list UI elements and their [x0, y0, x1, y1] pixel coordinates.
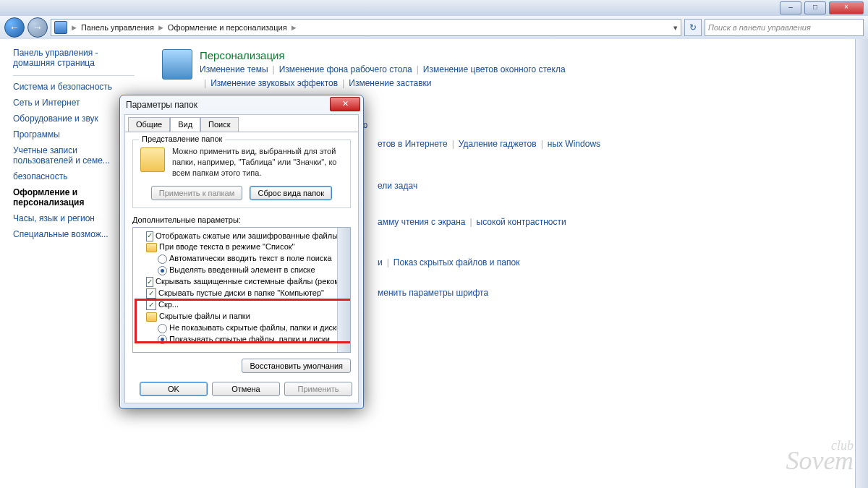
- tree-row[interactable]: Скрытые файлы и папки: [136, 311, 347, 322]
- dialog-title: Параметры папок: [126, 100, 197, 110]
- category-link[interactable]: и: [378, 257, 383, 267]
- sidebar-home-link[interactable]: Панель управления - домашняя страница: [13, 48, 135, 68]
- folder-options-dialog: Параметры папок ✕ ОбщиеВидПоиск Представ…: [119, 95, 364, 408]
- tree-scrollbar[interactable]: [337, 228, 350, 352]
- category-link[interactable]: менить параметры шрифта: [378, 288, 488, 298]
- breadcrumb-sep: ►: [290, 23, 298, 32]
- category-personalization[interactable]: Персонализация: [200, 49, 851, 61]
- checkbox-icon[interactable]: ✓: [146, 300, 156, 310]
- reset-folder-view-button[interactable]: Сброс вида папок: [250, 186, 332, 200]
- back-button[interactable]: ←: [4, 17, 25, 38]
- window-titlebar: – □ ×: [0, 0, 868, 17]
- tree-row[interactable]: ✓Скрывать защищенные системные файлы (ре…: [136, 276, 347, 288]
- tree-label: Скр...: [158, 299, 179, 311]
- tree-label: Отображать сжатые или зашифрованные файл…: [156, 231, 351, 242]
- apply-button[interactable]: Применить: [284, 382, 352, 396]
- category-link[interactable]: Изменение заставки: [349, 78, 431, 88]
- folder-icon: [140, 147, 165, 172]
- apply-to-folders-button[interactable]: Применить к папкам: [151, 186, 243, 200]
- sidebar-item[interactable]: Учетные записи пользователей и семе...: [13, 145, 135, 166]
- tree-row[interactable]: ✓Скрывать пустые диски в папке "Компьюте…: [136, 288, 347, 299]
- maximize-button[interactable]: □: [804, 1, 826, 14]
- sidebar-item[interactable]: Сеть и Интернет: [13, 98, 135, 108]
- category-link[interactable]: Изменение цветов оконного стекла: [423, 64, 566, 74]
- radio-icon[interactable]: [158, 266, 167, 275]
- sidebar-item[interactable]: Оборудование и звук: [13, 114, 135, 124]
- tree-label: Выделять введенный элемент в списке: [169, 265, 315, 276]
- radio-icon[interactable]: [158, 324, 167, 333]
- dialog-close-button[interactable]: ✕: [330, 97, 360, 111]
- tree-label: Не показывать скрытые файлы, папки и дис…: [169, 322, 341, 334]
- tree-row[interactable]: Показывать скрытые файлы, папки и диски: [136, 334, 347, 346]
- sidebar-item[interactable]: Оформление и персонализация: [13, 187, 135, 207]
- folder-icon: [146, 243, 157, 252]
- dialog-tab[interactable]: Общие: [128, 117, 170, 132]
- restore-defaults-button[interactable]: Восстановить умолчания: [242, 359, 351, 373]
- breadcrumb-sep: ►: [157, 23, 165, 32]
- dialog-titlebar[interactable]: Параметры папок ✕: [120, 95, 363, 114]
- breadcrumb-sep: ►: [70, 23, 78, 32]
- folder-views-group: Представление папок Можно применить вид,…: [132, 140, 351, 208]
- category-link[interactable]: етов в Интернете: [378, 139, 448, 149]
- address-bar[interactable]: ► Панель управления ► Оформление и персо…: [51, 19, 681, 36]
- checkbox-icon[interactable]: ✓: [146, 231, 153, 241]
- tree-row[interactable]: Выделять введенный элемент в списке: [136, 265, 347, 276]
- category-link[interactable]: Изменение темы: [200, 64, 268, 74]
- folder-icon: [146, 312, 157, 322]
- tree-label: Автоматически вводить текст в поле поиск…: [169, 253, 332, 265]
- category-link[interactable]: амму чтения с экрана: [378, 217, 465, 227]
- close-button[interactable]: ×: [829, 1, 864, 14]
- group-description: Можно применить вид, выбранный для этой …: [172, 146, 343, 179]
- dialog-tab[interactable]: Вид: [170, 117, 200, 132]
- tree-row[interactable]: Автоматически вводить текст в поле поиск…: [136, 253, 347, 265]
- sidebar-item[interactable]: Система и безопасность: [13, 82, 135, 92]
- ok-button[interactable]: OK: [140, 382, 208, 396]
- category-link[interactable]: Изменение звуковых эффектов: [210, 78, 338, 88]
- tree-row[interactable]: ✓Скр...: [136, 299, 347, 311]
- tree-label: Показывать скрытые файлы, папки и диски: [169, 334, 330, 346]
- tree-row[interactable]: ✓Отображать сжатые или зашифрованные фай…: [136, 231, 347, 242]
- breadcrumb-appearance[interactable]: Оформление и персонализация: [168, 23, 287, 32]
- tree-row[interactable]: Не показывать скрытые файлы, папки и дис…: [136, 322, 347, 334]
- radio-icon[interactable]: [158, 254, 167, 264]
- tree-row[interactable]: При вводе текста в режиме "Список": [136, 241, 347, 253]
- breadcrumb-control-panel[interactable]: Панель управления: [81, 23, 154, 32]
- minimize-button[interactable]: –: [780, 1, 801, 14]
- tree-label: Скрывать пустые диски в папке "Компьютер…: [158, 288, 324, 299]
- category-link[interactable]: Изменение фона рабочего стола: [279, 64, 412, 74]
- tab-panel-view: Представление папок Можно применить вид,…: [125, 132, 358, 402]
- tree-label: Скрывать защищенные системные файлы (рек…: [156, 276, 351, 288]
- dialog-tabs: ОбщиеВидПоиск: [125, 114, 358, 132]
- category-link[interactable]: Удаление гаджетов: [459, 139, 537, 149]
- advanced-settings-tree[interactable]: ✓Отображать сжатые или зашифрованные фай…: [132, 227, 351, 353]
- sidebar-item[interactable]: Часы, язык и регион: [13, 213, 135, 223]
- dialog-tab[interactable]: Поиск: [200, 117, 238, 132]
- sidebar-item[interactable]: безопасность: [13, 171, 135, 181]
- search-placeholder: Поиск в панели управления: [708, 23, 811, 32]
- advanced-settings-label: Дополнительные параметры:: [132, 215, 351, 224]
- forward-button[interactable]: →: [27, 17, 48, 38]
- search-input[interactable]: Поиск в панели управления: [705, 19, 864, 36]
- sidebar-item[interactable]: Программы: [13, 129, 135, 140]
- tree-label: При вводе текста в режиме "Список": [159, 241, 294, 253]
- personalization-icon: [162, 49, 192, 80]
- sidebar-item[interactable]: Специальные возмож...: [13, 229, 135, 239]
- control-panel-icon: [54, 21, 67, 34]
- category-link[interactable]: ных Windows: [548, 139, 600, 149]
- tree-label: Скрытые файлы и папки: [159, 311, 250, 322]
- group-legend: Представление папок: [139, 134, 225, 143]
- radio-icon[interactable]: [158, 335, 167, 344]
- nav-toolbar: ← → ► Панель управления ► Оформление и п…: [0, 16, 868, 40]
- cancel-button[interactable]: Отмена: [212, 382, 280, 396]
- category-link[interactable]: ысокой контрастности: [477, 217, 566, 227]
- checkbox-icon[interactable]: ✓: [146, 288, 156, 299]
- category-link[interactable]: ели задач: [378, 181, 417, 191]
- category-link[interactable]: Показ скрытых файлов и папок: [393, 257, 520, 267]
- checkbox-icon[interactable]: ✓: [146, 277, 153, 287]
- refresh-button[interactable]: ↻: [684, 19, 702, 36]
